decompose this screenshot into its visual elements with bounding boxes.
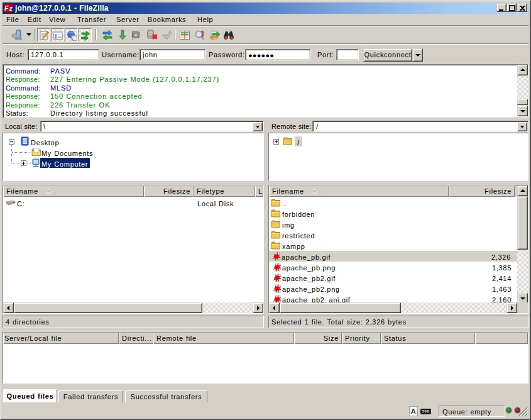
svg-text:x: x [134,32,138,38]
